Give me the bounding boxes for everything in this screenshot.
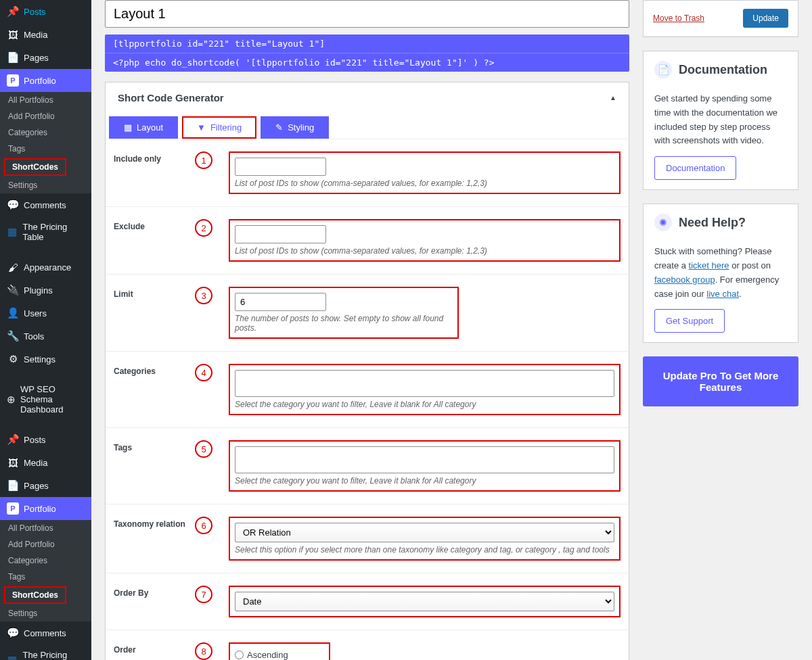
collapse-icon[interactable]: ▲ xyxy=(610,94,616,101)
sidebar-sub-add-portfolio[interactable]: Add Portfolio xyxy=(0,108,91,124)
sidebar-item-label: Users xyxy=(24,308,47,319)
get-support-button[interactable]: Get Support xyxy=(654,309,725,333)
field-hint: List of post IDs to show (comma-separate… xyxy=(235,179,614,188)
card-title: Need Help? xyxy=(679,216,746,230)
taxonomy-relation-select[interactable]: OR Relation xyxy=(235,523,614,542)
sidebar-sub-categories-2[interactable]: Categories xyxy=(0,552,91,569)
media-icon: 🖼 xyxy=(7,28,19,41)
field-hint: Select the category you want to filter, … xyxy=(235,476,614,486)
sidebar-item-comments[interactable]: 💬Comments xyxy=(0,193,91,216)
include-only-input[interactable] xyxy=(235,158,326,176)
live-chat-link[interactable]: live chat xyxy=(706,289,739,299)
sidebar-item-tools[interactable]: 🔧Tools xyxy=(0,325,91,348)
sidebar-item-pages[interactable]: 📄Pages xyxy=(0,46,91,69)
sidebar-item-seo-schema[interactable]: ⊕WP SEO Schema Dashboard xyxy=(0,379,91,420)
sidebar-item-label: Media xyxy=(24,30,47,40)
upgrade-pro-button[interactable]: Update Pro To Get More Features xyxy=(643,356,798,406)
sidebar-item-label: Comments xyxy=(24,200,66,210)
sidebar-sub-all-portfolios[interactable]: All Portfolios xyxy=(0,92,91,108)
tab-label: Filtering xyxy=(210,122,242,133)
field-hint: List of post IDs to show (comma-separate… xyxy=(235,246,614,256)
sidebar-sub-shortcodes-2[interactable]: ShortCodes xyxy=(12,589,58,601)
update-button[interactable]: Update xyxy=(743,9,788,28)
title-input[interactable] xyxy=(105,0,629,28)
card-text: Stuck with something? Please create a ti… xyxy=(654,245,787,301)
sidebar-item-portfolio-2[interactable]: PPortfolio xyxy=(0,497,91,520)
page-icon: 📄 xyxy=(7,51,19,64)
sidebar-item-label: Posts xyxy=(24,435,46,445)
sidebar-item-label: WP SEO Schema Dashboard xyxy=(20,384,85,415)
tab-filtering[interactable]: ▼Filtering xyxy=(182,116,256,139)
tab-styling[interactable]: ✎Styling xyxy=(261,116,329,139)
panel-title: Short Code Generator xyxy=(118,92,224,103)
sidebar-item-posts-2[interactable]: 📌Posts xyxy=(0,428,91,451)
brush-icon: ✎ xyxy=(275,122,283,133)
sidebar-item-settings[interactable]: ⚙Settings xyxy=(0,348,91,371)
document-icon: 📄 xyxy=(654,61,672,78)
exclude-input[interactable] xyxy=(235,225,326,243)
sidebar-submenu: All Portfolios Add Portfolio Categories … xyxy=(0,92,91,193)
php-code-line[interactable]: <?php echo do_shortcode( '[tlpportfolio … xyxy=(105,53,629,72)
need-help-card: ✺ Need Help? Stuck with something? Pleas… xyxy=(643,204,798,343)
publish-card: Move to Trash Update xyxy=(643,0,798,37)
sidebar-sub-categories[interactable]: Categories xyxy=(0,124,91,141)
ticket-link[interactable]: ticket here xyxy=(689,260,729,270)
step-number: 5 xyxy=(195,440,212,458)
tags-select[interactable] xyxy=(235,446,614,473)
facebook-group-link[interactable]: facebook group xyxy=(654,275,715,285)
sidebar-item-label: Pages xyxy=(24,53,49,63)
admin-sidebar: 📌Posts 🖼Media 📄Pages PPortfolio All Port… xyxy=(0,0,91,660)
sidebar-item-label: Settings xyxy=(24,354,55,364)
sidebar-sub-tags[interactable]: Tags xyxy=(0,141,91,157)
sidebar-sub-settings[interactable]: Settings xyxy=(0,177,91,193)
sidebar-sub-settings-2[interactable]: Settings xyxy=(0,605,91,621)
order-ascending-radio[interactable] xyxy=(235,651,244,659)
gear-icon: ⚙ xyxy=(7,353,19,365)
limit-input[interactable] xyxy=(235,293,326,311)
sidebar-item-comments-2[interactable]: 💬Comments xyxy=(0,621,91,644)
sidebar-sub-add-portfolio-2[interactable]: Add Portfolio xyxy=(0,536,91,552)
media-icon: 🖼 xyxy=(7,456,19,469)
sidebar-item-plugins[interactable]: 🔌Plugins xyxy=(0,279,91,302)
sidebar-item-pricing-table[interactable]: ▦The Pricing Table xyxy=(0,216,91,248)
sidebar-item-appearance[interactable]: 🖌Appearance xyxy=(0,256,91,279)
shortcode-line[interactable]: [tlpportfolio id="221" title="Layout 1"] xyxy=(105,34,629,53)
sidebar-sub-tags-2[interactable]: Tags xyxy=(0,569,91,585)
field-hint: Select the category you want to filter, … xyxy=(235,400,614,409)
field-hint: The number of posts to show. Set empty t… xyxy=(235,314,453,333)
step-number: 6 xyxy=(195,517,212,534)
field-label-limit: Limit xyxy=(114,287,195,299)
sidebar-item-label: Posts xyxy=(24,7,46,17)
sidebar-item-portfolio[interactable]: PPortfolio xyxy=(0,69,91,92)
tab-layout[interactable]: ▦Layout xyxy=(109,116,178,139)
sidebar-item-posts[interactable]: 📌Posts xyxy=(0,0,91,23)
documentation-button[interactable]: Documentation xyxy=(654,156,736,180)
comment-icon: 💬 xyxy=(7,627,19,639)
documentation-card: 📄 Documentation Get started by spending … xyxy=(643,51,798,190)
sidebar-item-label: Comments xyxy=(24,628,66,638)
step-number: 4 xyxy=(195,364,212,381)
pin-icon: 📌 xyxy=(7,5,19,18)
field-label-exclude: Exclude xyxy=(114,219,195,231)
pin-icon: 📌 xyxy=(7,433,19,446)
sidebar-sub-all-portfolios-2[interactable]: All Portfolios xyxy=(0,520,91,536)
sidebar-item-pricing-table-2[interactable]: ▦The Pricing Table xyxy=(0,644,91,660)
tab-label: Layout xyxy=(137,122,163,133)
card-title: Documentation xyxy=(679,63,767,77)
sidebar-item-media-2[interactable]: 🖼Media xyxy=(0,451,91,474)
plugin-icon: 🔌 xyxy=(7,284,19,296)
categories-select[interactable] xyxy=(235,370,614,397)
radio-label: Ascending xyxy=(247,650,288,660)
order-by-select[interactable]: Date xyxy=(235,592,614,611)
field-label-order: Order xyxy=(114,642,195,655)
move-to-trash-link[interactable]: Move to Trash xyxy=(653,14,704,23)
grid-icon: ▦ xyxy=(7,654,18,660)
step-number: 1 xyxy=(195,151,212,169)
portfolio-icon: P xyxy=(7,502,19,515)
field-label-include: Include only xyxy=(114,151,195,164)
sidebar-item-pages-2[interactable]: 📄Pages xyxy=(0,474,91,497)
sidebar-item-media[interactable]: 🖼Media xyxy=(0,23,91,46)
sidebar-sub-shortcodes[interactable]: ShortCodes xyxy=(12,161,58,173)
sidebar-item-users[interactable]: 👤Users xyxy=(0,302,91,325)
filter-icon: ▼ xyxy=(197,122,206,133)
